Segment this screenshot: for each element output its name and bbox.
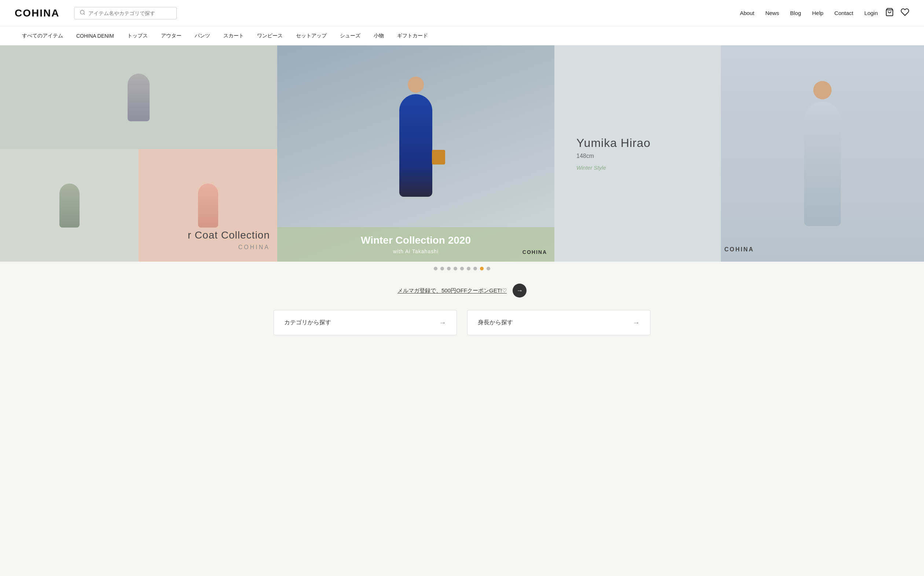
main-nav: About News Blog Help Contact Login <box>740 10 878 16</box>
header-icons <box>885 8 910 19</box>
header: COHINA About News Blog Help Contact Logi… <box>0 0 924 26</box>
coat-figure-pink <box>198 184 218 227</box>
newsletter-banner: メルマガ登録で、500円OFFクーポンGET!♡ → <box>0 275 924 304</box>
model-head <box>408 77 424 93</box>
category-nav: すべてのアイテム COHINA DENIM トップス アウター パンツ スカート… <box>0 26 924 45</box>
winter-collection-title: Winter Collection 2020 <box>286 235 545 246</box>
center-logo: COHINA <box>523 249 547 255</box>
carousel-track: r Coat Collection COHINA Winter Collecti… <box>0 45 924 262</box>
wishlist-icon[interactable] <box>900 8 910 19</box>
cat-denim[interactable]: COHINA DENIM <box>76 33 114 39</box>
panel-winter-collection[interactable]: Winter Collection 2020 with Ai Takahashi… <box>277 45 554 262</box>
carousel-dot-5[interactable] <box>460 267 464 270</box>
panel-coat-collection[interactable]: r Coat Collection COHINA <box>0 45 277 262</box>
right-model-body <box>804 101 841 226</box>
panel-yumika-hirao[interactable]: Yumika Hirao 148cm Winter Style COHINA <box>554 45 924 262</box>
model-blue-coat <box>387 77 445 230</box>
card-category[interactable]: カテゴリから探す → <box>274 310 457 335</box>
nav-help[interactable]: Help <box>812 10 823 16</box>
cat-giftcard[interactable]: ギフトカード <box>397 33 428 39</box>
cat-pants[interactable]: パンツ <box>195 33 210 39</box>
carousel-dot-2[interactable] <box>440 267 444 270</box>
carousel-dots <box>0 262 924 275</box>
panel-right-text: Yumika Hirao 148cm Winter Style <box>576 136 650 171</box>
nav-news[interactable]: News <box>765 10 779 16</box>
coat-collection-brand: COHINA <box>0 244 270 251</box>
card-height[interactable]: 身長から探す → <box>467 310 650 335</box>
model-bag <box>432 150 445 165</box>
carousel-dot-6[interactable] <box>467 267 470 270</box>
model-name: Yumika Hirao <box>576 136 650 150</box>
svg-point-0 <box>80 10 84 14</box>
nav-login[interactable]: Login <box>864 10 878 16</box>
cat-all[interactable]: すべてのアイテム <box>22 33 63 39</box>
cart-icon[interactable] <box>885 8 894 19</box>
nav-about[interactable]: About <box>740 10 754 16</box>
right-model-image <box>721 45 924 262</box>
nav-blog[interactable]: Blog <box>790 10 801 16</box>
logo[interactable]: COHINA <box>14 7 59 19</box>
card-category-arrow: → <box>439 318 446 327</box>
cat-setup[interactable]: セットアップ <box>296 33 327 39</box>
cat-outer[interactable]: アウター <box>161 33 181 39</box>
cat-accessories[interactable]: 小物 <box>374 33 384 39</box>
right-model-figure <box>804 81 841 226</box>
arrow-icon: → <box>516 287 523 294</box>
card-category-label: カテゴリから探す <box>284 319 331 326</box>
cat-shoes[interactable]: シューズ <box>340 33 361 39</box>
card-height-arrow: → <box>632 318 640 327</box>
card-height-label: 身長から探す <box>478 319 513 326</box>
cat-skirt[interactable]: スカート <box>223 33 244 39</box>
coat-figure-sage <box>59 184 80 227</box>
center-caption: Winter Collection 2020 with Ai Takahashi <box>277 227 554 262</box>
carousel-dot-3[interactable] <box>447 267 451 270</box>
newsletter-arrow-button[interactable]: → <box>513 283 526 298</box>
right-panel-brand: COHINA <box>724 246 754 253</box>
carousel-dot-4[interactable] <box>454 267 457 270</box>
cat-onepiece[interactable]: ワンピース <box>257 33 283 39</box>
svg-line-1 <box>84 14 85 14</box>
carousel-dot-1[interactable] <box>434 267 438 270</box>
coat-text: r Coat Collection COHINA <box>0 229 277 251</box>
search-input[interactable] <box>88 10 171 16</box>
search-bar[interactable] <box>74 7 177 19</box>
carousel-dot-7[interactable] <box>473 267 477 270</box>
model-body <box>399 94 432 197</box>
model-style-label: Winter Style <box>576 165 650 171</box>
carousel-dot-8[interactable] <box>480 267 484 270</box>
carousel-dot-9[interactable] <box>486 267 490 270</box>
newsletter-text: メルマガ登録で、500円OFFクーポンGET!♡ <box>398 287 507 294</box>
bottom-cards: カテゴリから探す → 身長から探す → <box>0 304 924 346</box>
panel-left-top <box>0 45 277 149</box>
search-icon <box>80 10 85 17</box>
model-height: 148cm <box>576 153 650 159</box>
carousel-section: r Coat Collection COHINA Winter Collecti… <box>0 45 924 262</box>
winter-collection-sub: with Ai Takahashi <box>286 248 545 254</box>
coat-figure-gray <box>128 74 149 121</box>
cat-tops[interactable]: トップス <box>127 33 148 39</box>
right-model-head <box>813 81 832 99</box>
nav-contact[interactable]: Contact <box>834 10 853 16</box>
coat-collection-title: r Coat Collection <box>0 229 270 241</box>
